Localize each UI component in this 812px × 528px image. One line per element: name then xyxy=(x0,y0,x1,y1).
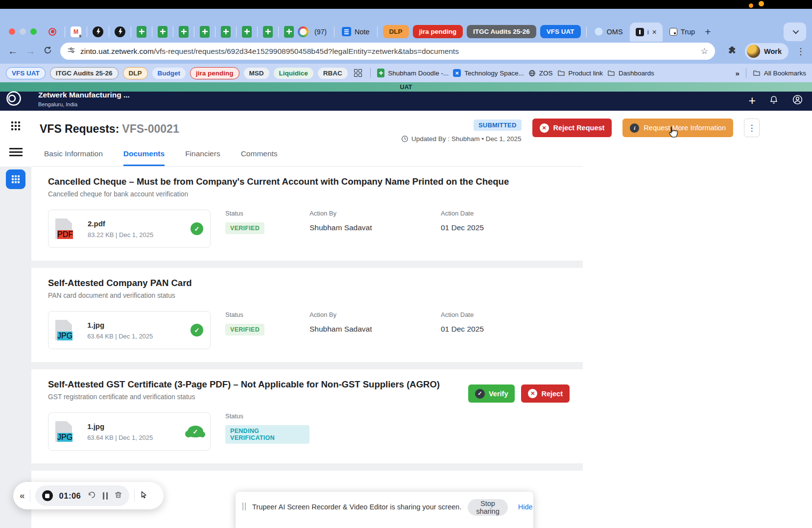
create-new-button[interactable]: + xyxy=(748,95,756,107)
browser-menu-button[interactable]: ⋮ xyxy=(796,46,805,57)
address-bar[interactable]: zinto.uat.zetwerk.com/vfs-request/reques… xyxy=(60,43,715,60)
sheets-tab-icon[interactable] xyxy=(221,26,231,38)
bookmark-budget[interactable]: Budget xyxy=(152,68,186,79)
menu-hamburger-icon[interactable] xyxy=(9,148,23,149)
sheets-tab-icon[interactable] xyxy=(179,26,189,38)
recorder-controls: 01:06 xyxy=(35,485,130,506)
macos-menubar xyxy=(0,0,812,9)
delete-recording-button[interactable] xyxy=(114,491,122,501)
sheets-tab-icon[interactable] xyxy=(242,26,252,38)
tab-comments[interactable]: Comments xyxy=(241,149,278,166)
hide-banner-link[interactable]: Hide xyxy=(518,499,533,511)
sheets-tab-icon[interactable] xyxy=(137,26,146,38)
bookmark-zos[interactable]: ZOS xyxy=(528,70,553,77)
tab-group-vfs-uat[interactable]: VFS UAT xyxy=(540,25,581,38)
restart-recording-button[interactable] xyxy=(87,490,96,502)
request-more-information-button[interactable]: i Request More Information xyxy=(622,119,733,137)
reload-button[interactable] xyxy=(43,46,52,57)
forward-button[interactable]: → xyxy=(25,46,35,57)
bookmark-dlp[interactable]: DLP xyxy=(123,67,148,79)
app-header: UAT Zetwerk Manufacturing ... Bengaluru,… xyxy=(0,82,812,111)
card-gap xyxy=(31,362,583,369)
globe-icon xyxy=(528,70,536,77)
tab-search-button[interactable] xyxy=(784,23,806,41)
browser-tabstrip: M8 (97) Note DLP jira pend xyxy=(0,9,812,42)
tab-basic-information[interactable]: Basic Information xyxy=(44,149,103,166)
sheets-tab-icon[interactable] xyxy=(200,26,210,38)
apps-grid-icon[interactable] xyxy=(354,69,362,77)
tab-separator xyxy=(109,26,109,37)
bookmark-rbac[interactable]: RBAC xyxy=(318,68,348,79)
document-title: Self-Attested Company PAN Card xyxy=(48,278,574,288)
status-badge: SUBMITTED xyxy=(474,120,522,131)
stop-sharing-button[interactable]: Stop sharing xyxy=(468,499,508,516)
bookmark-liquidice[interactable]: Liquidice xyxy=(274,68,313,79)
new-tab-button[interactable]: + xyxy=(705,26,711,38)
account-icon[interactable] xyxy=(792,94,803,107)
site-info-icon[interactable] xyxy=(67,46,75,56)
minimize-window-button[interactable] xyxy=(20,28,26,35)
collapse-toolbar-button[interactable]: « xyxy=(20,490,25,501)
note-tab-icon xyxy=(342,27,351,36)
tab-group-dlp[interactable]: DLP xyxy=(383,25,409,38)
tab-financiers[interactable]: Financiers xyxy=(185,149,220,166)
bookmark-technology-space[interactable]: ✕ Technology Space... xyxy=(453,69,524,77)
sheets-tab-icon[interactable] xyxy=(263,26,273,38)
bookmark-folder-dashboards[interactable]: Dashboards xyxy=(607,69,654,77)
bookmark-jira-pending[interactable]: jira pending xyxy=(190,67,239,79)
status-badge: VERIFIED xyxy=(225,222,264,234)
file-tile[interactable]: PDF 2.pdf 83.22 KB | Dec 1, 2025 ✓ xyxy=(48,210,211,248)
sheets-tab-icon[interactable] xyxy=(284,26,294,38)
tab-separator xyxy=(194,26,194,37)
reject-request-button[interactable]: ✕ Reject Request xyxy=(532,119,612,137)
apps-grid-icon[interactable] xyxy=(11,121,13,123)
reject-button[interactable]: ✕ Reject xyxy=(521,384,570,403)
profile-button[interactable]: Work xyxy=(745,43,788,60)
cursor-select-tool[interactable] xyxy=(140,490,148,501)
tab-note[interactable]: Note xyxy=(342,27,370,36)
document-title: Self-Attested GST Certificate (3-Page PD… xyxy=(48,379,469,390)
bookmark-shubham-doodle[interactable]: Shubham Doodle -... xyxy=(377,69,449,77)
status-badge: PENDING VERIFICATION xyxy=(225,425,310,444)
notifications-bell-icon[interactable] xyxy=(768,95,779,107)
verify-button[interactable]: ✓ Verify xyxy=(468,384,515,403)
all-bookmarks-button[interactable]: All Bookmarks xyxy=(753,69,806,77)
org-switcher[interactable]: Zetwerk Manufacturing ... Bengaluru, Ind… xyxy=(38,91,130,107)
tab-group-jira-pending[interactable]: jira pending xyxy=(413,25,463,38)
status-badge: VERIFIED xyxy=(225,324,264,336)
bolt-tab-icon[interactable] xyxy=(115,26,125,37)
notification-tab-icon[interactable] xyxy=(298,26,309,37)
drag-handle-icon[interactable] xyxy=(242,499,246,510)
tab-separator xyxy=(586,26,587,37)
extensions-icon[interactable] xyxy=(727,45,737,57)
bookmarks-overflow-button[interactable]: » xyxy=(735,69,739,77)
file-meta: 83.22 KB | Dec 1, 2025 xyxy=(88,231,153,239)
fullscreen-window-button[interactable] xyxy=(30,28,37,35)
active-module-button[interactable] xyxy=(6,169,25,189)
url-text: zinto.uat.zetwerk.com/vfs-request/reques… xyxy=(80,47,696,56)
tab-documents[interactable]: Documents xyxy=(123,149,165,166)
bookmark-itgc-audits[interactable]: ITGC Audits 25-26 xyxy=(50,67,119,79)
sheets-tab-icon[interactable] xyxy=(158,26,167,38)
tab-trupeer[interactable]: Trup xyxy=(669,28,695,36)
action-by-value: Shubham Sadavat xyxy=(310,223,441,232)
uploaded-cloud-check-icon: ✓ xyxy=(188,426,203,437)
tab-active-zinto[interactable]: i × xyxy=(630,23,663,42)
bookmark-folder-product-link[interactable]: Product link xyxy=(557,69,603,77)
close-tab-icon[interactable]: × xyxy=(652,28,657,36)
bookmark-vfs-uat[interactable]: VFS UAT xyxy=(6,67,46,79)
bolt-tab-icon[interactable] xyxy=(93,26,103,37)
bookmark-msd[interactable]: MSD xyxy=(244,68,269,79)
file-tile[interactable]: JPG 1.jpg 63.64 KB | Dec 1, 2025 ✓ xyxy=(48,412,211,451)
more-actions-button[interactable]: ⋮ xyxy=(744,119,760,137)
stop-recording-button[interactable] xyxy=(42,490,53,501)
back-button[interactable]: ← xyxy=(8,46,18,57)
screen-recorder-toolbar: « 01:06 xyxy=(13,482,164,509)
tab-oms[interactable]: OMS xyxy=(594,27,623,36)
close-window-button[interactable] xyxy=(9,28,15,35)
tab-group-itgc-audits[interactable]: ITGC Audits 25-26 xyxy=(467,25,536,38)
gmail-tab-icon[interactable]: M8 xyxy=(71,26,81,37)
file-tile[interactable]: JPG 1.jpg 63.64 KB | Dec 1, 2025 ✓ xyxy=(48,311,211,349)
bookmark-star-icon[interactable]: ☆ xyxy=(701,46,708,56)
pause-recording-button[interactable] xyxy=(103,492,108,500)
